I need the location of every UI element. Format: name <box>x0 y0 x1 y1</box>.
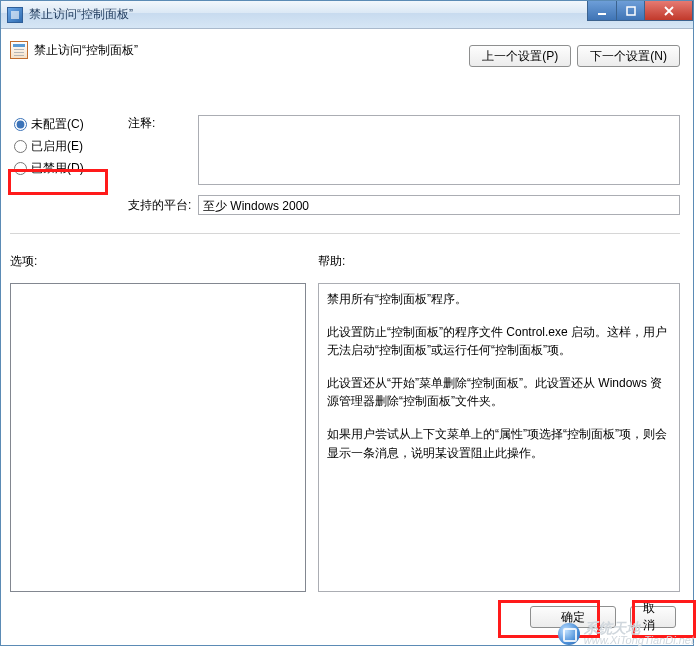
minimize-button[interactable] <box>587 1 617 21</box>
help-label: 帮助: <box>318 253 345 270</box>
separator <box>10 233 680 234</box>
close-button[interactable] <box>645 1 693 21</box>
radio-disabled-label: 已禁用(D) <box>31 160 84 177</box>
policy-heading: 禁止访问“控制面板” <box>8 35 140 59</box>
titlebar[interactable]: 禁止访问“控制面板” <box>1 1 693 29</box>
dialog-footer: 确定 取消 <box>8 600 680 634</box>
comment-textarea[interactable] <box>198 115 680 185</box>
nav-buttons: 上一个设置(P) 下一个设置(N) <box>469 35 686 67</box>
ok-button[interactable]: 确定 <box>530 606 616 628</box>
help-paragraph: 如果用户尝试从上下文菜单上的“属性”项选择“控制面板”项，则会显示一条消息，说明… <box>327 425 671 462</box>
platform-label: 支持的平台: <box>128 197 198 214</box>
next-setting-button[interactable]: 下一个设置(N) <box>577 45 680 67</box>
svg-rect-1 <box>627 7 635 15</box>
options-label: 选项: <box>10 253 37 270</box>
client-area: 禁止访问“控制面板” 上一个设置(P) 下一个设置(N) 未配置(C) 已启用(… <box>8 35 686 638</box>
maximize-button[interactable] <box>617 1 645 21</box>
window-frame: 禁止访问“控制面板” 禁止访问“控制面板” 上一个设置(P) 下一个设置(N) <box>0 0 694 646</box>
window-buttons <box>587 1 693 21</box>
help-paragraph: 此设置还从“开始”菜单删除“控制面板”。此设置还从 Windows 资源管理器删… <box>327 374 671 411</box>
help-panel[interactable]: 禁用所有“控制面板”程序。 此设置防止“控制面板”的程序文件 Control.e… <box>318 283 680 592</box>
help-paragraph: 此设置防止“控制面板”的程序文件 Control.exe 启动。这样，用户无法启… <box>327 323 671 360</box>
radio-not-configured-input[interactable] <box>14 118 27 131</box>
radio-disabled-input[interactable] <box>14 162 27 175</box>
radio-enabled-label: 已启用(E) <box>31 138 83 155</box>
comment-label: 注释: <box>128 115 155 132</box>
app-icon <box>7 7 23 23</box>
policy-icon <box>10 41 28 59</box>
radio-not-configured-label: 未配置(C) <box>31 116 84 133</box>
help-paragraph: 禁用所有“控制面板”程序。 <box>327 290 671 309</box>
radio-enabled-input[interactable] <box>14 140 27 153</box>
svg-rect-0 <box>598 13 606 15</box>
platform-value: 至少 Windows 2000 <box>198 195 680 215</box>
policy-title: 禁止访问“控制面板” <box>34 42 138 59</box>
window-title: 禁止访问“控制面板” <box>29 6 133 23</box>
options-panel <box>10 283 306 592</box>
prev-setting-button[interactable]: 上一个设置(P) <box>469 45 571 67</box>
cancel-button[interactable]: 取消 <box>630 606 676 628</box>
platform-row: 支持的平台: 至少 Windows 2000 <box>128 195 680 215</box>
header-row: 禁止访问“控制面板” 上一个设置(P) 下一个设置(N) <box>8 35 686 67</box>
